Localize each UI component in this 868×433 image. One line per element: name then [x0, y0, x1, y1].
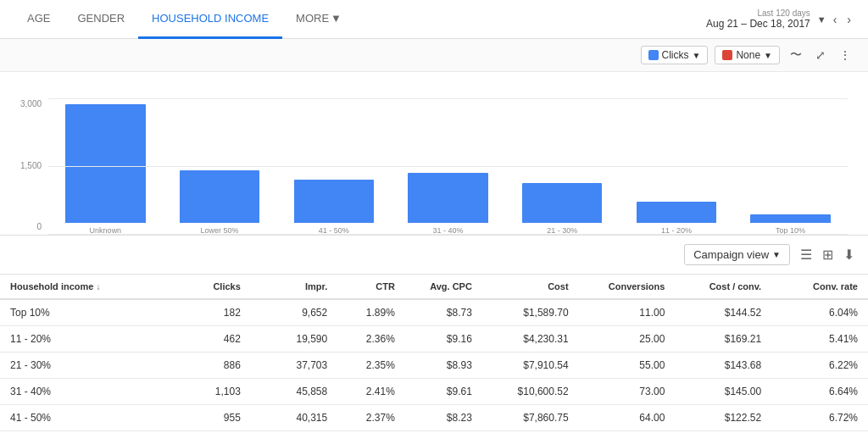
th-avg-cpc[interactable]: Avg. CPC [405, 275, 482, 299]
table-header-row: Household income ↓ Clicks Impr. CTR Avg.… [0, 275, 868, 299]
bar-label-1: Lower 50% [201, 226, 239, 235]
bar-6[interactable] [750, 214, 830, 223]
chevron-down-icon: ▼ [331, 12, 342, 25]
th-impr[interactable]: Impr. [251, 275, 337, 299]
bar-label-3: 31 - 40% [432, 226, 463, 235]
date-prev-icon[interactable]: ‹ [830, 11, 841, 28]
bar-label-2: 41 - 50% [319, 226, 349, 235]
tab-more[interactable]: MORE ▼ [282, 0, 355, 39]
data-table: Household income ↓ Clicks Impr. CTR Avg.… [0, 275, 868, 433]
y-axis-mid: 1,500 [20, 161, 42, 170]
metric1-label: Clicks [662, 49, 689, 61]
cell-ctr: 1.89% [337, 299, 405, 326]
y-axis-top: 3,000 [20, 99, 42, 108]
cell-convrate: 6.72% [771, 405, 868, 431]
cell-conv: 55.00 [579, 353, 676, 379]
cell-cost: $1,589.70 [482, 299, 579, 326]
cell-clicks: 462 [174, 326, 251, 353]
bar-3[interactable] [408, 173, 487, 223]
cell-impr: 40,315 [251, 405, 337, 431]
cell-cost: $7,860.75 [482, 405, 579, 431]
filter-icon[interactable]: ☰ [800, 247, 812, 263]
cell-conv: 11.00 [579, 299, 676, 326]
tab-bar: AGE GENDER HOUSEHOLD INCOME MORE ▼ Last … [0, 0, 868, 39]
th-clicks[interactable]: Clicks [174, 275, 251, 299]
cell-conv: 73.00 [579, 379, 676, 405]
bar-4[interactable] [522, 183, 602, 223]
bar-label-5: 11 - 20% [661, 226, 692, 235]
bar-group-4: 21 - 30% [505, 99, 620, 235]
cell-cpc: $9.16 [405, 326, 482, 353]
cell-conv: 25.00 [579, 326, 676, 353]
th-conv-rate[interactable]: Conv. rate [771, 275, 868, 299]
table-row[interactable]: 41 - 50%95540,3152.37%$8.23$7,860.7564.0… [0, 405, 868, 431]
campaign-view-button[interactable]: Campaign view ▼ [684, 244, 790, 265]
cell-impr: 37,703 [251, 353, 337, 379]
cell-costconv: $145.00 [675, 379, 771, 405]
tab-age[interactable]: AGE [14, 0, 64, 39]
metric1-pill[interactable]: Clicks ▼ [641, 46, 709, 64]
bar-1[interactable] [180, 170, 259, 224]
cell-clicks: 1,103 [174, 379, 251, 405]
cell-cost: $7,910.54 [482, 353, 579, 379]
campaign-view-label: Campaign view [693, 248, 769, 261]
cell-cost: $10,600.52 [482, 379, 579, 405]
th-cost-conv[interactable]: Cost / conv. [675, 275, 771, 299]
cell-convrate: 5.41% [771, 326, 868, 353]
date-next-icon[interactable]: › [843, 11, 854, 28]
cell-income: 41 - 50% [0, 405, 174, 431]
cell-convrate: 6.22% [771, 353, 868, 379]
th-household-income[interactable]: Household income ↓ [0, 275, 174, 299]
campaign-view-chevron: ▼ [772, 250, 781, 259]
sort-icon: ↓ [96, 282, 100, 291]
download-icon[interactable]: ⬇ [843, 247, 854, 263]
th-ctr[interactable]: CTR [337, 275, 405, 299]
line-chart-icon[interactable]: 〜 [787, 46, 805, 64]
metric2-chevron[interactable]: ▼ [764, 51, 772, 60]
metric2-pill[interactable]: None ▼ [715, 46, 780, 64]
bar-label-0: Unknown [90, 226, 122, 235]
table-controls: Campaign view ▼ ☰ ⊞ ⬇ [0, 236, 868, 275]
table-row[interactable]: 11 - 20%46219,5902.36%$9.16$4,230.3125.0… [0, 326, 868, 353]
y-axis: 3,000 1,500 0 [20, 99, 42, 235]
table-row[interactable]: 21 - 30%88637,7032.35%$8.93$7,910.5455.0… [0, 353, 868, 379]
chart-section: 3,000 1,500 0 UnknownLower 50%41 - 50%31… [0, 72, 868, 236]
metric1-color-box [648, 50, 659, 60]
cell-income: Top 10% [0, 299, 174, 326]
more-options-icon[interactable]: ⋮ [836, 47, 854, 64]
date-range: Aug 21 – Dec 18, 2017 [706, 18, 810, 30]
cell-convrate: 6.64% [771, 379, 868, 405]
columns-icon[interactable]: ⊞ [822, 247, 833, 263]
th-conversions[interactable]: Conversions [579, 275, 676, 299]
cell-cpc: $8.23 [405, 405, 482, 431]
th-cost[interactable]: Cost [482, 275, 579, 299]
chart-controls: Clicks ▼ None ▼ 〜 ⤢ ⋮ [0, 39, 868, 72]
cell-clicks: 955 [174, 405, 251, 431]
cell-income: 21 - 30% [0, 353, 174, 379]
cell-costconv: $169.21 [675, 326, 771, 353]
table-row[interactable]: Top 10%1829,6521.89%$8.73$1,589.7011.00$… [0, 299, 868, 326]
metric1-chevron[interactable]: ▼ [693, 51, 701, 60]
cell-ctr: 2.36% [337, 326, 405, 353]
cell-impr: 9,652 [251, 299, 337, 326]
expand-icon[interactable]: ⤢ [812, 47, 829, 64]
bar-group-0: Unknown [48, 99, 163, 235]
cell-convrate: 6.04% [771, 299, 868, 326]
bar-label-6: Top 10% [776, 226, 805, 235]
cell-costconv: $144.52 [675, 299, 771, 326]
date-dropdown-icon[interactable]: ▼ [817, 14, 826, 25]
bar-5[interactable] [637, 202, 716, 223]
table-row[interactable]: 31 - 40%1,10345,8582.41%$9.61$10,600.527… [0, 379, 868, 405]
tab-gender[interactable]: GENDER [64, 0, 138, 39]
bar-0[interactable] [65, 104, 145, 223]
bar-label-4: 21 - 30% [547, 226, 577, 235]
tab-household-income[interactable]: HOUSEHOLD INCOME [138, 0, 282, 39]
cell-income: 11 - 20% [0, 326, 174, 353]
bars-container: UnknownLower 50%41 - 50%31 - 40%21 - 30%… [48, 99, 848, 235]
metric2-label: None [736, 49, 760, 61]
cell-cpc: $8.93 [405, 353, 482, 379]
bar-group-5: 11 - 20% [620, 99, 734, 235]
cell-cpc: $8.73 [405, 299, 482, 326]
bar-2[interactable] [294, 180, 374, 223]
cell-costconv: $122.52 [675, 405, 771, 431]
